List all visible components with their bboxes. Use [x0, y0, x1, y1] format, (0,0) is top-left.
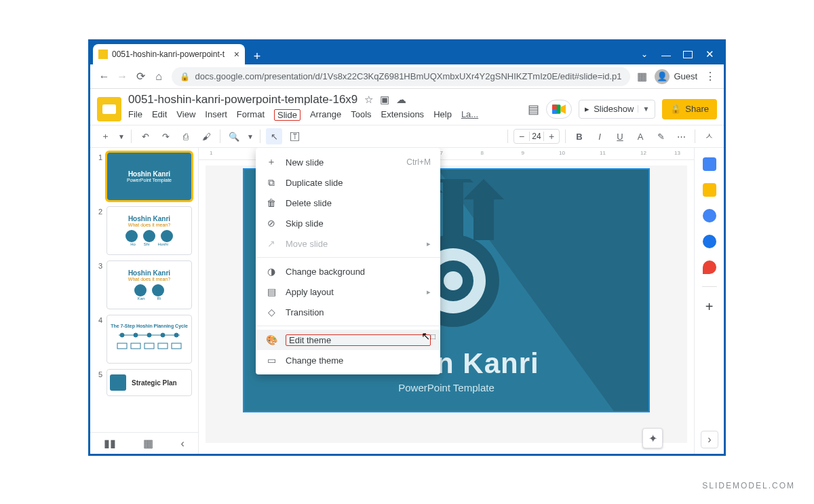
cloud-saved-icon: ☁: [396, 94, 406, 106]
nav-reload-icon[interactable]: ⟳: [135, 70, 147, 83]
meet-button[interactable]: [546, 100, 572, 119]
menu-arrange[interactable]: Arrange: [310, 109, 341, 121]
side-panel-toggle-icon[interactable]: ›: [701, 431, 718, 448]
menu-change-background[interactable]: ◑ Change background: [256, 261, 440, 282]
menu-edit-theme[interactable]: 🎨 Edit theme: [256, 330, 440, 350]
browser-menu-icon[interactable]: ⋮: [704, 70, 716, 83]
thumb-number: 1: [94, 152, 102, 201]
thumb-row-1[interactable]: 1 Hoshin Kanri PowerPoint Template: [94, 152, 194, 201]
hide-menus-button[interactable]: ㅅ: [701, 128, 717, 144]
thumb-title: The 7-Step Hoshin Planning Cycle: [111, 324, 188, 328]
new-slide-dropdown-icon[interactable]: ▼: [117, 128, 125, 144]
zoom-button[interactable]: 🔍: [226, 128, 242, 144]
svg-point-9: [174, 333, 178, 337]
profile-chip[interactable]: 👤 Guest: [655, 69, 697, 84]
theme-icon: ▭: [265, 354, 277, 366]
menu-move-slide: ↗ Move slide ▸: [256, 233, 440, 254]
new-slide-button[interactable]: ＋: [97, 128, 113, 144]
thumb-row-5[interactable]: 5 Strategic Plan: [94, 369, 194, 396]
menu-tools[interactable]: Tools: [351, 109, 371, 121]
underline-button[interactable]: U: [612, 128, 628, 144]
extension-icon[interactable]: ▦: [637, 70, 648, 83]
menu-view[interactable]: View: [176, 109, 195, 121]
menu-insert[interactable]: Insert: [205, 109, 227, 121]
addons-plus-icon[interactable]: +: [705, 299, 714, 315]
menu-help[interactable]: Help: [433, 109, 452, 121]
bold-button[interactable]: B: [571, 128, 587, 144]
collapse-panel-icon[interactable]: ‹: [181, 438, 185, 450]
menu-format[interactable]: Format: [237, 109, 265, 121]
document-title[interactable]: 0051-hoshin-kanri-powerpoint-template-16…: [128, 93, 357, 106]
window-dropdown-icon[interactable]: ⌄: [640, 50, 649, 59]
thumb-row-2[interactable]: 2 Hoshin Kanri What does it mean? HoShiH…: [94, 206, 194, 255]
maps-icon[interactable]: [703, 260, 716, 274]
thumb-title: Hoshin Kanri: [128, 269, 170, 277]
slides-logo-icon[interactable]: [97, 97, 121, 121]
nav-home-icon[interactable]: ⌂: [153, 71, 165, 83]
undo-button[interactable]: ↶: [137, 128, 153, 144]
tab-favicon-slides-icon: [98, 50, 108, 59]
slide-thumbnail-2[interactable]: Hoshin Kanri What does it mean? HoShiHos…: [106, 206, 192, 255]
slide-thumbnail-5[interactable]: Strategic Plan: [106, 369, 192, 396]
paint-format-button[interactable]: 🖌: [198, 128, 214, 144]
move-folder-icon[interactable]: ▣: [380, 94, 389, 106]
menu-delete-slide[interactable]: 🗑 Delete slide: [256, 193, 440, 213]
thumbnail-list[interactable]: 1 Hoshin Kanri PowerPoint Template 2 Hos…: [90, 148, 198, 432]
menu-last-edit[interactable]: La...: [461, 109, 478, 121]
keep-icon[interactable]: [703, 183, 716, 197]
slide-thumbnail-4[interactable]: The 7-Step Hoshin Planning Cycle: [106, 315, 192, 364]
thumb-diagram: [112, 328, 187, 355]
browser-tabs: 0051-hoshin-kanri-powerpoint-t × +: [90, 44, 265, 64]
select-tool-button[interactable]: ↖: [266, 128, 282, 144]
tab-close-icon[interactable]: ×: [234, 49, 239, 60]
browser-tab-active[interactable]: 0051-hoshin-kanri-powerpoint-t ×: [93, 44, 245, 64]
menu-apply-layout[interactable]: ▤ Apply layout ▸: [256, 282, 440, 302]
slide-thumbnail-1[interactable]: Hoshin Kanri PowerPoint Template: [106, 152, 192, 201]
url-field[interactable]: 🔒 docs.google.com/presentation/d/1Vs8x22…: [172, 67, 630, 86]
svg-point-5: [120, 333, 124, 337]
new-tab-button[interactable]: +: [249, 48, 265, 64]
star-icon[interactable]: ☆: [364, 94, 373, 106]
more-tools-button[interactable]: ⋯: [673, 128, 689, 144]
calendar-icon[interactable]: [703, 157, 716, 171]
window-close-button[interactable]: ✕: [705, 48, 714, 60]
menu-duplicate-slide[interactable]: ⧉ Duplicate slide: [256, 172, 440, 193]
share-button[interactable]: 🔒 Share: [662, 99, 717, 119]
menu-file[interactable]: File: [128, 109, 142, 121]
font-size-increase-button[interactable]: +: [544, 131, 559, 142]
explore-button[interactable]: ✦: [642, 428, 663, 448]
menu-edit[interactable]: Edit: [152, 109, 167, 121]
window-minimize-button[interactable]: [661, 50, 671, 58]
grid-view-icon[interactable]: ▦: [143, 437, 153, 450]
menu-new-slide[interactable]: ＋ New slide Ctrl+M: [256, 152, 440, 172]
svg-rect-11: [131, 343, 140, 349]
zoom-dropdown-icon[interactable]: ▼: [246, 128, 254, 144]
contacts-icon[interactable]: [703, 235, 716, 248]
nav-back-icon[interactable]: ←: [98, 71, 110, 83]
slide-thumbnail-3[interactable]: Hoshin Kanri What does it mean? KanRi: [106, 260, 192, 309]
text-color-button[interactable]: A: [632, 128, 648, 144]
slide-subtitle-text[interactable]: PowerPoint Template: [244, 382, 648, 393]
redo-button[interactable]: ↷: [157, 128, 174, 144]
window-maximize-button[interactable]: [683, 51, 693, 58]
menu-transition[interactable]: ◇ Transition: [256, 302, 440, 322]
thumb-row-4[interactable]: 4 The 7-Step Hoshin Planning Cycle: [94, 315, 194, 364]
menu-slide[interactable]: Slide: [274, 109, 301, 121]
highlight-color-button[interactable]: ✎: [653, 128, 669, 144]
menu-extensions[interactable]: Extensions: [381, 109, 425, 121]
move-icon: ↗: [265, 237, 277, 250]
slideshow-button[interactable]: ▸ Slideshow ▼: [579, 100, 655, 119]
filmstrip-view-icon[interactable]: ▮▮: [104, 437, 116, 450]
font-size-value[interactable]: 24: [529, 132, 544, 141]
comments-icon[interactable]: ▤: [528, 102, 539, 117]
italic-button[interactable]: I: [592, 128, 608, 144]
tasks-icon[interactable]: [703, 209, 716, 222]
slideshow-dropdown-icon[interactable]: ▼: [638, 105, 649, 113]
print-button[interactable]: ⎙: [178, 128, 194, 144]
menu-skip-slide[interactable]: ⊘ Skip slide: [256, 213, 440, 233]
textbox-tool-button[interactable]: 🅃: [286, 128, 303, 144]
font-size-decrease-button[interactable]: −: [514, 131, 529, 142]
menu-change-theme[interactable]: ▭ Change theme: [256, 350, 440, 370]
thumb-row-3[interactable]: 3 Hoshin Kanri What does it mean? KanRi: [94, 260, 194, 309]
nav-forward-icon[interactable]: →: [117, 71, 128, 83]
